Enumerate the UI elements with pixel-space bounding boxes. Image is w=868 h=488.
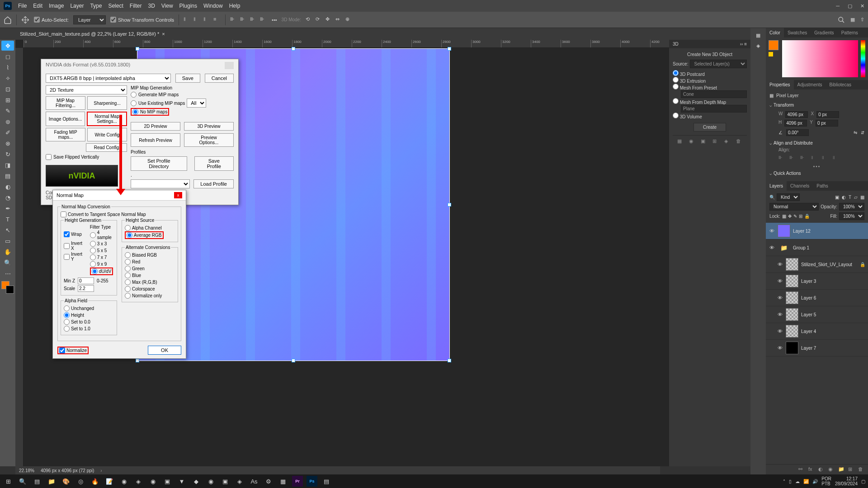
align-hcenter-icon[interactable]: ⊪ [240,16,247,23]
menu-image[interactable]: Image [49,3,64,9]
new-layer-icon[interactable]: ⊞ [848,466,854,473]
menu-edit[interactable]: Edit [33,3,42,9]
mip-existing-select[interactable]: All [187,99,206,108]
af-unchanged-radio[interactable] [64,305,70,311]
eyedropper-tool[interactable]: ✎ [1,106,14,116]
tray-clock[interactable]: 12:17 28/09/2024 [835,476,858,486]
af-set1-radio[interactable] [64,326,70,332]
visibility-icon[interactable]: 👁 [769,228,775,234]
inverty-checkbox[interactable]: Invert Y [64,251,85,262]
hs-alpha-radio[interactable] [125,225,131,231]
y-input[interactable] [816,120,838,127]
tray-notification-icon[interactable]: ▢ [861,479,865,484]
mip-none-radio[interactable] [132,109,138,115]
layer-row[interactable]: 👁Layer 12 [766,223,868,239]
align-right-btn[interactable]: ⊪ [800,155,807,161]
hue-slider[interactable] [861,40,865,77]
tab-libraries[interactable]: Bibliotecas [826,80,855,89]
filter-4-radio[interactable] [90,232,96,238]
stamp-tool[interactable]: ⊗ [1,138,14,148]
tab-patterns[interactable]: Patterns [838,28,862,38]
move-tool[interactable]: ✥ [1,41,14,51]
x-input[interactable] [816,111,839,118]
paint-icon[interactable]: 🎨 [61,476,71,487]
filter-9x9-radio[interactable] [90,261,96,267]
layer-row[interactable]: 👁Layer 6 [766,290,868,306]
3d-mesh-icon[interactable]: ⊞ [712,138,719,145]
start-icon[interactable]: ⊞ [3,476,14,487]
ac-green-radio[interactable] [125,266,131,272]
menu-select[interactable]: Select [108,3,123,9]
save-profile-button[interactable]: Save Profile [194,156,234,171]
load-profile-button[interactable]: Load Profile [193,179,234,188]
3d-roll-icon[interactable]: ⟳ [316,16,323,23]
visibility-icon[interactable]: 👁 [777,345,783,351]
mip-generate-radio[interactable] [131,92,137,98]
set-profile-dir-button[interactable]: Set Profile Directory [131,156,187,171]
group-icon[interactable]: 📁 [838,466,844,473]
pr-icon[interactable]: Pr [292,476,303,487]
dds-save-button[interactable]: Save [175,74,200,83]
lasso-tool[interactable]: ⌇ [1,62,14,72]
notes-icon[interactable]: 📝 [104,476,115,487]
dds-close-icon[interactable] [225,62,234,69]
menu-3d[interactable]: 3D [148,3,155,9]
tangent-checkbox[interactable]: Convert to Tangent Space Normal Map [61,211,178,218]
align-section[interactable]: Align and Distribute [769,139,864,147]
fading-mip-button[interactable]: Fading MIP maps... [46,128,85,141]
align-top-btn[interactable]: ⫴ [811,155,817,161]
layer-row[interactable]: 👁Layer 5 [766,306,868,323]
flip-v-icon[interactable]: ⇵ [861,130,864,135]
image-options-button[interactable]: Image Options... [46,112,85,126]
layer-row[interactable]: 👁📁Group 1 [766,239,868,256]
link-layers-icon[interactable]: ⚯ [798,466,805,473]
lock-pixel-icon[interactable]: ✎ [793,214,797,219]
visibility-icon[interactable]: 👁 [777,312,783,317]
workspace-icon[interactable]: ▦ [850,17,855,23]
mesh-preset-select[interactable]: Cone [681,90,747,98]
layer-row[interactable]: 👁Layer 4 [766,323,868,340]
healing-tool[interactable]: ⊛ [1,117,14,127]
visibility-icon[interactable]: 👁 [777,262,783,267]
premiere-icon[interactable]: ▣ [220,476,231,487]
tab-channels[interactable]: Channels [787,181,813,191]
minz-input[interactable] [78,277,94,284]
3d-orbit-icon[interactable]: ⟲ [306,16,313,23]
filter-5x5-radio[interactable] [90,248,96,253]
align-vcenter-icon[interactable]: ⫴ [193,16,201,23]
refresh-preview-button[interactable]: Refresh Preview [131,133,180,147]
visibility-icon[interactable]: 👁 [777,328,783,334]
window-close-icon[interactable]: ✕ [860,3,864,9]
app-icon-6[interactable]: ⚙ [263,476,274,487]
filter-adj-icon[interactable]: ◐ [842,195,846,200]
3d-volume-radio[interactable] [673,113,679,118]
flip-h-icon[interactable]: ⇋ [854,130,857,135]
transform-handle[interactable] [448,47,451,51]
dds-format-select[interactable]: DXT5 ARGB 8 bpp | interpolated alpha [46,74,171,83]
tab-swatches[interactable]: Swatches [784,28,811,38]
3d-extrusion-radio[interactable] [673,77,679,83]
transform-handle[interactable] [136,47,139,51]
tray-battery-icon[interactable]: ▯ [789,479,792,484]
nm-close-icon[interactable]: x [174,192,182,198]
profile-select[interactable] [131,179,190,188]
tab-properties[interactable]: Properties [766,80,794,89]
layer-fx-icon[interactable]: fx [808,466,815,473]
menu-file[interactable]: File [18,3,27,9]
save-flipped-checkbox[interactable]: Save Flipped Vertically [46,154,127,160]
panel-collapse-icon[interactable]: ›› ≡ [740,42,747,47]
ps-taskbar-icon[interactable]: Ps [307,476,317,487]
nm-ok-button[interactable]: OK [148,346,181,355]
tray-lang[interactable]: POR PTB [821,476,831,486]
layer-row[interactable]: 👁Stilized_Skirt_UV_Layout🔒 [766,256,868,273]
auto-select-mode[interactable]: Layer [73,15,106,24]
menu-view[interactable]: View [161,3,173,9]
taskview-icon[interactable]: ▤ [32,476,42,487]
align-bottom-btn[interactable]: ⫴ [833,155,839,161]
filter-7x7-radio[interactable] [90,254,96,260]
filter-3x3-radio[interactable] [90,241,96,247]
height-input[interactable] [784,120,807,127]
layer-row[interactable]: 👁Layer 3 [766,273,868,290]
filter-dudv-radio[interactable] [92,268,98,274]
tray-wifi-icon[interactable]: 📶 [803,479,809,484]
